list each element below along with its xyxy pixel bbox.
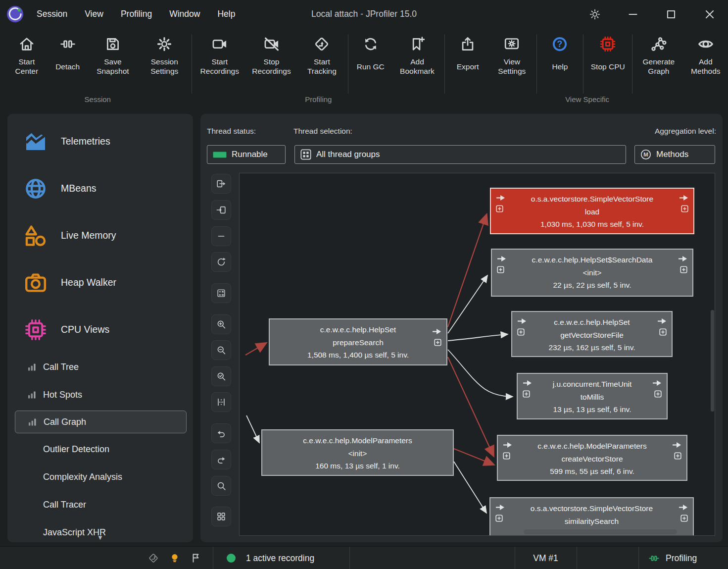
profiling-mode[interactable]: Profiling: [666, 547, 697, 569]
outgoing-calls-icon[interactable]: [679, 504, 688, 511]
incoming-calls-icon[interactable]: [495, 504, 505, 511]
incoming-calls-icon[interactable]: [497, 256, 506, 262]
node-options-button[interactable]: [211, 283, 231, 303]
outgoing-calls-icon[interactable]: [657, 318, 667, 324]
expand-callees-icon[interactable]: [680, 266, 687, 273]
outgoing-calls-icon[interactable]: [432, 328, 441, 335]
horizontal-scrollbar-thumb[interactable]: [524, 529, 677, 534]
call-graph-canvas[interactable]: o.s.a.vectorstore.SimpleVectorStore load…: [239, 173, 715, 536]
outgoing-calls-icon[interactable]: [652, 380, 662, 386]
node-method: createVectorStore: [498, 453, 686, 466]
undo-button[interactable]: [211, 423, 231, 443]
maximize-icon: [665, 8, 678, 21]
outgoing-calls-icon[interactable]: [679, 195, 688, 201]
node-method: similaritySearch: [490, 515, 693, 528]
outgoing-calls-icon[interactable]: [678, 256, 687, 262]
jprofiler-logo-icon: [6, 5, 24, 23]
statusbar-divider: [577, 547, 577, 569]
expand-callees-icon[interactable]: [681, 205, 688, 212]
node-stats: 1,030 ms, 1,030 ms self, 5 inv.: [491, 218, 693, 231]
call-graph-panel: Thread status: Thread selection: Aggrega…: [200, 114, 723, 542]
node-method: <init>: [262, 447, 453, 460]
node-method: <init>: [492, 266, 692, 279]
menu-window[interactable]: Window: [169, 9, 200, 19]
detach-icon: [59, 35, 76, 53]
expand-callers-icon[interactable]: [503, 452, 510, 460]
navigation-icon[interactable]: [147, 552, 159, 564]
toolbar-divider: [192, 34, 192, 94]
thread-selection-dropdown[interactable]: All thread groups: [294, 145, 626, 164]
aggregation-level-dropdown[interactable]: M Methods: [634, 145, 715, 164]
incoming-calls-icon[interactable]: [503, 442, 512, 448]
expand-callees-icon[interactable]: [434, 339, 441, 346]
menu-view[interactable]: View: [85, 9, 103, 19]
sidebar-item-telemetries[interactable]: Telemetries: [7, 118, 193, 165]
graph-node-createvectorstore[interactable]: c.e.w.e.c.help.ModelParameters createVec…: [497, 435, 687, 481]
node-class: c.e.w.e.c.help.HelpSet: [512, 316, 672, 329]
menu-help[interactable]: Help: [217, 9, 235, 19]
expand-callers-icon[interactable]: [517, 328, 525, 336]
expand-callees-icon[interactable]: [659, 328, 667, 336]
graph-node-getvectorstorefile[interactable]: c.e.w.e.c.help.HelpSet getVectorStoreFil…: [511, 311, 673, 357]
thread-status-dropdown[interactable]: Runnable: [207, 145, 286, 164]
statusbar: 1 active recording VM #1 Profiling: [0, 546, 728, 569]
sidebar-item-call-graph[interactable]: Call Graph: [15, 411, 187, 433]
close-button[interactable]: [696, 0, 723, 28]
svg-text:M: M: [643, 152, 648, 157]
lightbulb-icon[interactable]: [169, 552, 181, 564]
sidebar-item-cpu-views[interactable]: CPU Views: [7, 306, 193, 353]
sidebar-item-call-tree[interactable]: Call Tree: [7, 353, 193, 381]
statusbar-divider: [213, 547, 213, 569]
expand-callees-icon[interactable]: [680, 515, 688, 522]
outgoing-calls-icon[interactable]: [672, 442, 681, 448]
expand-callees-icon[interactable]: [654, 390, 662, 398]
export-graph-button[interactable]: [211, 174, 231, 194]
methods-aggregation-icon: M: [640, 149, 651, 160]
zoom-fit-button[interactable]: [211, 366, 231, 386]
maximize-button[interactable]: [658, 0, 684, 28]
theme-toggle-button[interactable]: [582, 0, 608, 28]
graph-node-preparesearch[interactable]: c.e.w.e.c.help.HelpSet prepareSearch 1,5…: [269, 318, 447, 365]
graph-node-load[interactable]: o.s.a.vectorstore.SimpleVectorStore load…: [490, 188, 694, 234]
find-button[interactable]: [211, 476, 231, 496]
menu-session[interactable]: Session: [37, 9, 67, 19]
node-spacing-button[interactable]: [211, 392, 231, 412]
focus-node-button[interactable]: [211, 200, 231, 220]
zoom-in-button[interactable]: [211, 314, 231, 334]
overview-button[interactable]: [211, 507, 231, 526]
incoming-calls-icon[interactable]: [496, 195, 505, 201]
sidebar-item-live-memory[interactable]: Live Memory: [7, 212, 193, 259]
incoming-calls-icon[interactable]: [523, 380, 532, 386]
view-settings-icon: [503, 35, 520, 53]
graph-node-searchdata-init[interactable]: c.e.w.e.c.help.HelpSet$SearchData <init>…: [491, 249, 693, 297]
sidebar-item-call-tracer[interactable]: Call Tracer: [7, 491, 193, 518]
window-title: Local attach - JProfiler 15.0: [311, 0, 417, 28]
vertical-scrollbar-thumb[interactable]: [711, 310, 714, 412]
expand-callers-icon[interactable]: [523, 390, 530, 398]
expand-callers-icon[interactable]: [495, 515, 503, 522]
expand-callees-icon[interactable]: [674, 452, 681, 460]
sidebar-item-complexity-analysis[interactable]: Complexity Analysis: [7, 463, 193, 491]
sidebar-item-heap-walker[interactable]: Heap Walker: [7, 259, 193, 306]
expand-callers-icon[interactable]: [496, 205, 503, 212]
graph-node-tomillis[interactable]: j.u.concurrent.TimeUnit toMillis 13 µs, …: [517, 373, 668, 419]
gear-icon: [156, 35, 173, 53]
expand-callers-icon[interactable]: [497, 266, 504, 273]
graph-node-modelparameters-init[interactable]: c.e.w.e.c.help.ModelParameters <init> 16…: [261, 429, 454, 476]
sidebar-item-hot-spots[interactable]: Hot Spots: [7, 381, 193, 409]
incoming-calls-icon[interactable]: [517, 318, 527, 324]
redo-button[interactable]: [211, 450, 231, 469]
menu-profiling[interactable]: Profiling: [121, 9, 152, 19]
sidebar-item-mbeans[interactable]: MBeans: [7, 165, 193, 212]
minimize-button[interactable]: [620, 0, 646, 28]
sidebar-item-outlier-detection[interactable]: Outlier Detection: [7, 435, 193, 463]
jprofiler-window: Session View Profiling Window Help Local…: [0, 0, 728, 569]
zoom-out-button[interactable]: [211, 340, 231, 360]
vm-selector[interactable]: VM #1: [515, 547, 577, 569]
start-recordings-icon: [211, 35, 228, 53]
sidebar-scroll-down-icon[interactable]: ▼: [7, 534, 193, 541]
remove-node-button[interactable]: [211, 226, 231, 246]
live-memory-icon: [24, 224, 48, 248]
auto-layout-button[interactable]: [211, 252, 231, 272]
flag-icon[interactable]: [190, 552, 202, 564]
